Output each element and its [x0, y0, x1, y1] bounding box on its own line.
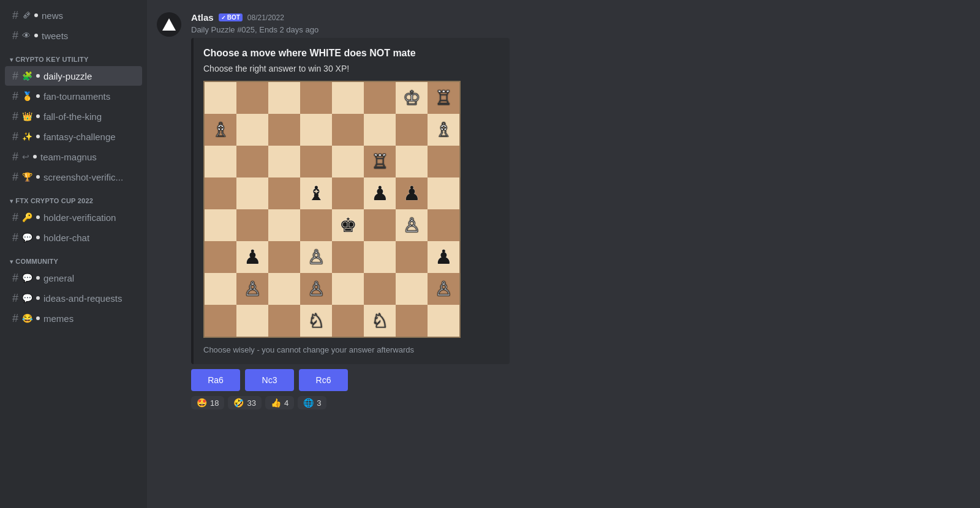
channel-fan-tournaments[interactable]: # 🥇 fan-tournaments [5, 86, 142, 106]
chess-cell-3-7 [428, 177, 459, 209]
bot-badge: ✓ BOT [219, 13, 243, 21]
channel-name: fan-tournaments [43, 91, 110, 102]
chess-cell-7-3: ♘ [300, 305, 332, 337]
channel-name: general [43, 273, 74, 283]
channel-name: holder-verification [43, 212, 116, 223]
reaction-emoji: 🤩 [197, 398, 207, 408]
reaction-count: 4 [284, 398, 288, 408]
channel-name: ideas-and-requests [43, 293, 122, 304]
reaction-1[interactable]: 🤣 33 [228, 396, 261, 409]
channel-name: holder-chat [43, 233, 89, 243]
chess-cell-7-0 [205, 305, 236, 337]
channel-name: fantasy-challenge [43, 132, 116, 142]
chess-cell-1-5 [364, 114, 396, 146]
chess-cell-1-4 [332, 114, 364, 146]
chess-cell-4-7 [428, 209, 459, 241]
category-community[interactable]: ▾ COMMUNITY [0, 248, 147, 267]
channel-daily-puzzle[interactable]: # 🧩 daily-puzzle [5, 66, 142, 86]
avatar [157, 12, 181, 37]
chess-cell-4-4: ♚ [332, 209, 364, 241]
chess-cell-2-1 [236, 146, 268, 177]
chess-cell-1-6 [396, 114, 428, 146]
chess-cell-5-6 [396, 241, 428, 273]
chess-cell-2-2 [268, 146, 300, 177]
chess-cell-6-3: ♙ [300, 273, 332, 305]
chess-cell-0-5 [364, 82, 396, 114]
chess-cell-4-6: ♙ [396, 209, 428, 241]
chevron-icon: ▾ [10, 258, 13, 265]
channel-general[interactable]: # 💬 general [5, 268, 142, 288]
chess-cell-6-7: ♙ [428, 273, 459, 305]
channel-fantasy-challenge[interactable]: # ✨ fantasy-challenge [5, 127, 142, 146]
avatar-triangle-icon [162, 18, 176, 31]
channel-name: fall-of-the-king [43, 111, 102, 122]
chess-cell-6-2 [268, 273, 300, 305]
move-button-nc3[interactable]: Nc3 [245, 369, 294, 391]
message-header: Atlas ✓ BOT 08/21/2022 [191, 12, 970, 23]
message-subtitle: Daily Puzzle #025, Ends 2 days ago [191, 25, 970, 34]
message-timestamp: 08/21/2022 [247, 13, 284, 22]
chess-cell-3-6: ♟ [396, 177, 428, 209]
channel-name: screenshot-verific... [43, 172, 123, 182]
chess-cell-7-2 [268, 305, 300, 337]
chess-cell-5-1: ♟ [236, 241, 268, 273]
chess-cell-0-1 [236, 82, 268, 114]
channel-name: news [42, 10, 63, 21]
chess-cell-3-3: ♝ [300, 177, 332, 209]
chess-cell-0-0 [205, 82, 236, 114]
reaction-emoji: 🌐 [303, 398, 314, 408]
channel-screenshot-verific[interactable]: # 🏆 screenshot-verific... [5, 167, 142, 187]
channel-team-magnus[interactable]: # ↩ team-magnus [5, 147, 142, 166]
sidebar: # 🗞 news # 👁 tweets ▾ CRYPTO KEY UTILITY… [0, 0, 147, 508]
category-ftx-crypto-cup[interactable]: ▾ FTX CRYPTO CUP 2022 [0, 187, 147, 207]
reaction-0[interactable]: 🤩 18 [191, 396, 224, 409]
chess-cell-7-6 [396, 305, 428, 337]
category-crypto-key-utility[interactable]: ▾ CRYPTO KEY UTILITY [0, 46, 147, 65]
chess-cell-0-3 [300, 82, 332, 114]
chess-cell-5-7: ♟ [428, 241, 459, 273]
message-body: Atlas ✓ BOT 08/21/2022 Daily Puzzle #025… [191, 12, 970, 409]
channel-holder-verification[interactable]: # 🔑 holder-verification [5, 207, 142, 227]
reaction-3[interactable]: 🌐 3 [298, 396, 326, 409]
chess-cell-4-1 [236, 209, 268, 241]
chess-cell-4-3 [300, 209, 332, 241]
chess-cell-2-0 [205, 146, 236, 177]
reaction-2[interactable]: 👍 4 [265, 396, 294, 409]
chess-cell-1-3 [300, 114, 332, 146]
channel-memes[interactable]: # 😂 memes [5, 308, 142, 328]
chess-cell-5-4 [332, 241, 364, 273]
channel-name: team-magnus [40, 152, 97, 162]
reaction-emoji: 👍 [271, 398, 281, 408]
chess-cell-7-4 [332, 305, 364, 337]
chess-cell-4-2 [268, 209, 300, 241]
chess-cell-6-1: ♙ [236, 273, 268, 305]
chess-cell-6-4 [332, 273, 364, 305]
move-button-ra6[interactable]: Ra6 [191, 369, 240, 391]
reactions-row: 🤩 18 🤣 33 👍 4 🌐 3 [191, 396, 970, 409]
chess-cell-1-0: ♗ [205, 114, 236, 146]
chess-board: ♔♖♗♗♖♝♟♟♚♙♟♙♟♙♙♙♘♘ [203, 81, 461, 338]
chess-cell-3-5: ♟ [364, 177, 396, 209]
channel-holder-chat[interactable]: # 💬 holder-chat [5, 228, 142, 247]
channel-ideas-and-requests[interactable]: # 💬 ideas-and-requests [5, 288, 142, 308]
chess-cell-2-6 [396, 146, 428, 177]
chess-cell-1-2 [268, 114, 300, 146]
chess-cell-0-4 [332, 82, 364, 114]
chess-cell-6-0 [205, 273, 236, 305]
message: Atlas ✓ BOT 08/21/2022 Daily Puzzle #025… [147, 10, 980, 412]
chevron-icon: ▾ [10, 56, 13, 63]
chess-cell-0-6: ♔ [396, 82, 428, 114]
buttons-row: Ra6 Nc3 Rc6 [191, 369, 970, 391]
channel-fall-of-the-king[interactable]: # 👑 fall-of-the-king [5, 106, 142, 126]
chess-cell-2-4 [332, 146, 364, 177]
chess-cell-5-0 [205, 241, 236, 273]
channel-tweets[interactable]: # 👁 tweets [5, 26, 142, 45]
author-name: Atlas [191, 12, 214, 23]
chess-cell-7-5: ♘ [364, 305, 396, 337]
chess-cell-3-0 [205, 177, 236, 209]
move-button-rc6[interactable]: Rc6 [299, 369, 348, 391]
chess-cell-6-6 [396, 273, 428, 305]
chess-cell-3-2 [268, 177, 300, 209]
chess-cell-2-7 [428, 146, 459, 177]
channel-news[interactable]: # 🗞 news [5, 6, 142, 25]
